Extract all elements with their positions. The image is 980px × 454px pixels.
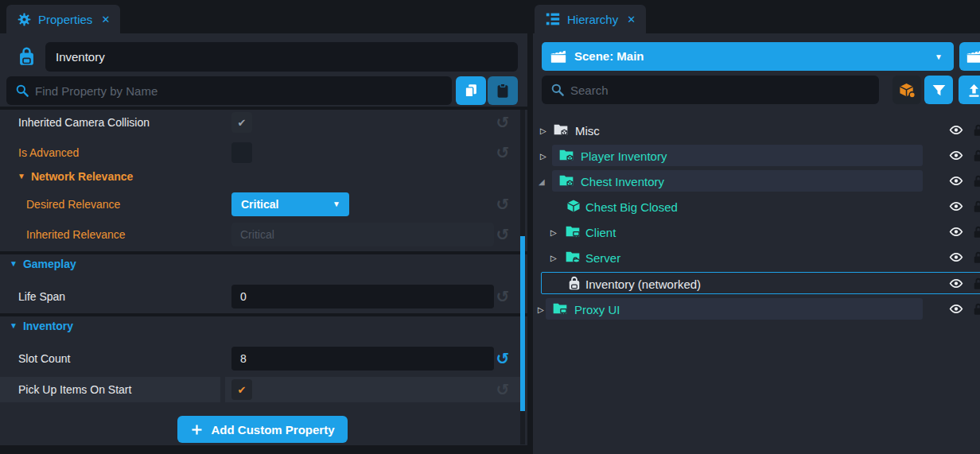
folder-cube-icon — [558, 147, 574, 163]
property-row-inherited-relevance: Inherited Relevance Critical ↺ — [0, 223, 521, 246]
backpack-icon — [566, 275, 582, 291]
object-name-field[interactable] — [45, 42, 518, 72]
reset-icon[interactable]: ↺ — [493, 195, 512, 214]
section-header-inventory[interactable]: ▼Inventory — [10, 320, 73, 332]
section-label: Network Relevance — [31, 170, 133, 183]
row-highlight — [225, 377, 521, 402]
close-icon[interactable]: ✕ — [627, 14, 636, 25]
property-row-inherited-camera-collision: Inherited Camera Collision ✔ ↺ — [0, 111, 521, 134]
add-custom-property-label: Add Custom Property — [211, 423, 334, 437]
tree-row-chest-big-closed[interactable]: Chest Big Closed — [533, 196, 980, 217]
show-templates-button[interactable] — [892, 76, 921, 104]
visibility-eye-icon[interactable] — [948, 148, 964, 163]
expand-collapsed-icon[interactable]: ▷ — [540, 126, 546, 134]
visibility-eye-icon[interactable] — [948, 122, 964, 138]
lock-icon[interactable] — [971, 276, 980, 291]
tree-row-client[interactable]: ▷ Client — [533, 221, 980, 243]
visibility-eye-icon[interactable] — [948, 199, 964, 214]
section-header-network-relevance[interactable]: ▼Network Relevance — [18, 170, 133, 183]
scrollbar-thumb[interactable] — [520, 236, 525, 411]
divider — [0, 313, 527, 316]
section-label: Gameplay — [23, 258, 76, 270]
lock-icon[interactable] — [971, 199, 980, 214]
expand-collapsed-icon[interactable]: ▷ — [538, 305, 544, 313]
slot-count-field[interactable] — [231, 347, 494, 371]
inherited-relevance-field: Critical — [231, 223, 494, 246]
tree-row-proxy-ui[interactable]: ▷ Proxy UI — [533, 298, 980, 320]
expand-collapsed-icon[interactable]: ▷ — [550, 253, 557, 262]
expand-collapsed-icon[interactable]: ▷ — [540, 151, 546, 160]
lock-icon[interactable] — [971, 224, 980, 239]
dropdown-value: Critical — [241, 198, 278, 211]
folder-cloud-icon — [565, 249, 581, 265]
chevron-down-icon: ▼ — [332, 192, 340, 216]
properties-panel: Inherited Camera Collision ✔ ↺ Is Advanc… — [0, 33, 527, 445]
filter-button[interactable] — [924, 76, 953, 104]
reset-icon-active[interactable]: ↺ — [493, 349, 512, 368]
reset-icon[interactable]: ↺ — [493, 380, 512, 399]
package-cube-icon — [898, 81, 916, 99]
folder-cube-icon — [558, 173, 574, 188]
new-scene-button[interactable] — [959, 42, 980, 71]
add-custom-property-button[interactable]: Add Custom Property — [177, 416, 348, 443]
visibility-eye-icon[interactable] — [948, 276, 964, 291]
tree-row-player-inventory[interactable]: ▷ Player Inventory — [533, 145, 980, 166]
export-button[interactable] — [959, 76, 980, 104]
tree-row-misc[interactable]: ▷ Misc — [533, 119, 980, 141]
copy-properties-button[interactable] — [456, 76, 486, 105]
life-span-field[interactable] — [231, 285, 494, 308]
hierarchy-tree-icon — [545, 12, 561, 26]
expand-collapsed-icon[interactable]: ▷ — [550, 227, 557, 236]
scene-selector-dropdown[interactable]: Scene: Main ▼ — [542, 42, 954, 71]
reset-icon[interactable]: ↺ — [493, 143, 512, 162]
desired-relevance-dropdown[interactable]: Critical ▼ — [231, 192, 349, 216]
close-icon[interactable]: ✕ — [101, 14, 110, 25]
hierarchy-search-input[interactable] — [542, 76, 879, 104]
expand-expanded-icon[interactable]: ◢ — [539, 177, 545, 185]
tab-hierarchy[interactable]: Hierarchy ✕ — [535, 5, 646, 33]
reset-icon[interactable]: ↺ — [493, 113, 512, 132]
plus-icon — [190, 423, 204, 437]
paste-icon — [494, 82, 511, 99]
scene-selector-label: Scene: Main — [574, 49, 644, 63]
property-row-is-advanced: Is Advanced ↺ — [0, 141, 521, 165]
tree-row-chest-inventory[interactable]: ◢ Chest Inventory — [533, 170, 980, 192]
checkbox-unchecked[interactable] — [231, 142, 252, 163]
visibility-eye-icon[interactable] — [948, 301, 964, 316]
section-header-gameplay[interactable]: ▼Gameplay — [10, 258, 76, 270]
property-row-life-span: Life Span ↺ — [0, 285, 521, 308]
folder-monitor-icon — [552, 301, 568, 316]
lock-icon[interactable] — [971, 250, 980, 265]
checkbox-checked[interactable]: ✔ — [231, 112, 252, 133]
property-label: Slot Count — [18, 352, 70, 365]
hierarchy-search — [542, 76, 879, 104]
property-row-pick-up-items-on-start: Pick Up Items On Start ✔ ↺ — [0, 377, 521, 402]
tree-item-label: Client — [585, 225, 616, 239]
tree-item-label: Server — [585, 250, 620, 264]
property-search-input[interactable] — [6, 76, 452, 105]
tree-row-server[interactable]: ▷ Server — [533, 246, 980, 268]
property-label: Is Advanced — [18, 146, 79, 159]
property-row-slot-count: Slot Count ↺ — [0, 347, 521, 371]
section-caret-icon: ▼ — [10, 259, 18, 268]
checkbox-checked[interactable]: ✔ — [231, 379, 252, 400]
visibility-eye-icon[interactable] — [948, 224, 964, 239]
section-label: Inventory — [23, 320, 73, 332]
hierarchy-panel: Scene: Main ▼ ▷ Misc ▷ Player Inventory — [533, 33, 980, 454]
reset-icon[interactable]: ↺ — [493, 287, 512, 306]
scrollbar-track[interactable] — [520, 110, 525, 444]
tab-properties[interactable]: Properties ✕ — [6, 5, 120, 33]
visibility-eye-icon[interactable] — [948, 250, 964, 265]
paste-properties-button[interactable] — [488, 76, 518, 105]
lock-icon[interactable] — [971, 148, 980, 163]
lock-icon[interactable] — [971, 122, 980, 138]
lock-icon[interactable] — [971, 173, 980, 188]
property-label: Inherited Camera Collision — [18, 116, 150, 129]
property-row-desired-relevance: Desired Relevance Critical ▼ ↺ — [0, 192, 521, 216]
property-search — [6, 76, 452, 105]
lock-icon[interactable] — [971, 301, 980, 316]
reset-icon[interactable]: ↺ — [493, 225, 512, 244]
visibility-eye-icon[interactable] — [948, 173, 964, 188]
backpack-icon — [16, 45, 37, 68]
tree-row-inventory-networked[interactable]: Inventory (networked) — [533, 273, 980, 294]
